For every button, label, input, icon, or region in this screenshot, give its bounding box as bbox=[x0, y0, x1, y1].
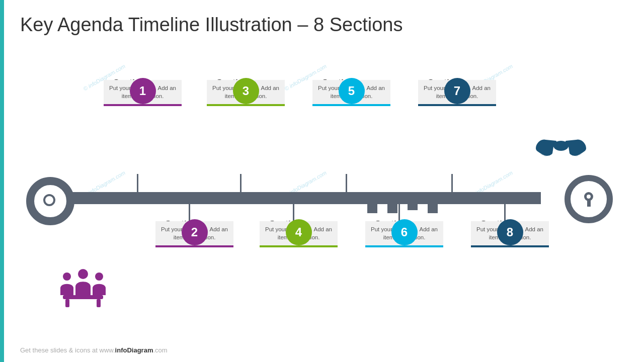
node-4: 4 bbox=[286, 219, 312, 245]
node-7: 7 bbox=[444, 78, 470, 104]
section-2-group: 2 Section name Put your text here. Add a… bbox=[165, 219, 224, 232]
section-8-group: 8 Section name Put your text here. Add a… bbox=[480, 219, 539, 232]
tooth-4 bbox=[428, 204, 438, 213]
section-1-group: 1 Section name Put your text here. Add a… bbox=[113, 78, 172, 90]
footer: Get these slides & icons at www.infoDiag… bbox=[20, 346, 168, 354]
section-4-group: 4 Section name Put your text here. Add a… bbox=[269, 219, 328, 232]
accent-bar bbox=[0, 0, 4, 362]
key-shaft bbox=[68, 192, 541, 204]
key-teeth bbox=[367, 204, 448, 213]
connector-1 bbox=[137, 174, 138, 194]
footer-suffix: .com bbox=[153, 346, 167, 354]
node-6: 6 bbox=[391, 219, 418, 245]
page-title: Key Agenda Timeline Illustration – 8 Sec… bbox=[20, 14, 403, 36]
svg-rect-2 bbox=[65, 299, 69, 307]
footer-text: Get these slides & icons at www. bbox=[20, 346, 115, 354]
svg-point-0 bbox=[553, 141, 569, 151]
svg-rect-3 bbox=[97, 299, 101, 307]
footer-brand: infoDiagram bbox=[115, 346, 153, 354]
keyhole bbox=[584, 192, 593, 207]
tooth-1 bbox=[367, 204, 377, 213]
key-head-hole bbox=[43, 194, 55, 206]
svg-point-5 bbox=[63, 273, 71, 281]
keyhole-stem bbox=[587, 200, 591, 207]
key-lock bbox=[565, 175, 613, 223]
svg-point-4 bbox=[78, 269, 88, 279]
section-6-group: 6 Section name Put your text here. Add a… bbox=[375, 219, 434, 232]
meeting-icon bbox=[58, 264, 108, 309]
key-head bbox=[26, 177, 74, 225]
connector-3 bbox=[240, 174, 242, 194]
connector-7 bbox=[451, 174, 453, 194]
connector-5 bbox=[346, 174, 347, 194]
tooth-3 bbox=[408, 204, 418, 210]
node-3: 3 bbox=[233, 78, 259, 104]
section-5-group: 5 Section name Put your text here. Add a… bbox=[322, 78, 381, 90]
svg-rect-1 bbox=[63, 295, 103, 299]
node-5: 5 bbox=[339, 78, 365, 104]
node-8: 8 bbox=[497, 219, 523, 245]
svg-point-6 bbox=[95, 273, 103, 281]
node-2: 2 bbox=[182, 219, 208, 245]
section-7-group: 7 Section name Put your text here. Add a… bbox=[428, 78, 487, 90]
handshake-icon bbox=[533, 126, 589, 166]
section-3-group: 3 Section name Put your text here. Add a… bbox=[216, 78, 275, 90]
tooth-2 bbox=[387, 204, 397, 213]
node-1: 1 bbox=[130, 78, 156, 104]
